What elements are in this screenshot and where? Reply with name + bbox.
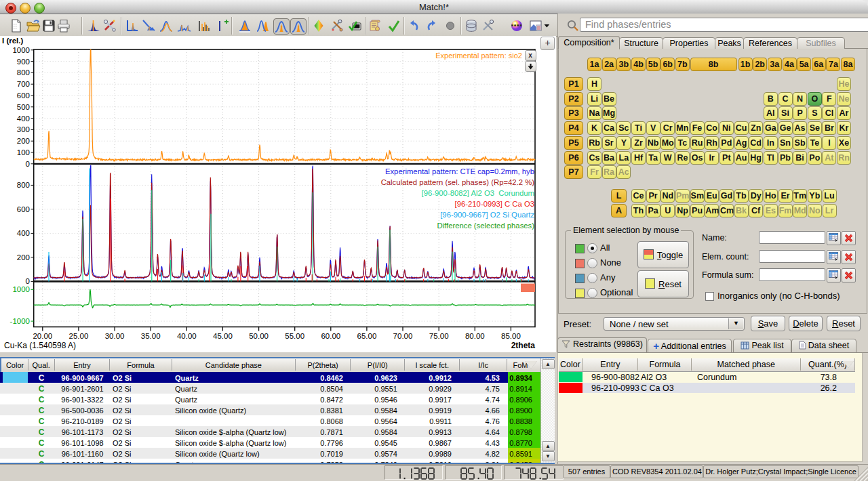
svg-text:700: 700 — [17, 80, 30, 88]
svg-text:[96-900-8082] Al2 O3 Corundum: [96-900-8082] Al2 O3 Corundum — [422, 189, 534, 197]
svg-text:80.00: 80.00 — [465, 332, 485, 340]
svg-text:-1000: -1000 — [10, 317, 30, 325]
svg-text:Calculated pattern (sel. phase: Calculated pattern (sel. phases) (Rp=42.… — [381, 178, 535, 186]
svg-text:30.00: 30.00 — [105, 332, 125, 340]
svg-text:800: 800 — [17, 181, 30, 189]
svg-text:400: 400 — [17, 229, 30, 237]
svg-text:Cu-Ka (1.540598 A): Cu-Ka (1.540598 A) — [4, 341, 76, 350]
svg-text:[96-900-9667] O2 Si Quartz: [96-900-9667] O2 Si Quartz — [440, 211, 534, 219]
svg-text:I (rel.): I (rel.) — [2, 37, 23, 45]
svg-text:1000: 1000 — [12, 285, 30, 293]
svg-text:600: 600 — [17, 91, 30, 100]
svg-text:0: 0 — [26, 277, 30, 285]
svg-text:50.00: 50.00 — [249, 332, 269, 340]
svg-text:400: 400 — [17, 114, 30, 123]
svg-text:200: 200 — [17, 253, 30, 262]
svg-text:1000: 1000 — [12, 46, 30, 54]
svg-text:60.00: 60.00 — [321, 332, 340, 340]
svg-text:500: 500 — [17, 103, 30, 111]
svg-text:Difference (selected phases): Difference (selected phases) — [437, 222, 534, 230]
svg-text:55.00: 55.00 — [285, 332, 304, 340]
svg-text:0: 0 — [26, 160, 30, 168]
svg-text:45.00: 45.00 — [213, 332, 233, 340]
svg-text:[96-210-0993] C Ca O3: [96-210-0993] C Ca O3 — [455, 200, 534, 208]
svg-text:25.00: 25.00 — [69, 332, 89, 340]
svg-text:75.00: 75.00 — [429, 332, 449, 340]
svg-text:200: 200 — [17, 137, 30, 145]
svg-text:20.00: 20.00 — [33, 332, 52, 340]
svg-text:40.00: 40.00 — [177, 332, 197, 340]
svg-text:35.00: 35.00 — [141, 332, 161, 340]
svg-text:Experimental pattern: CTE cap=: Experimental pattern: CTE cap=0.2mm, hyb — [385, 167, 534, 175]
svg-text:900: 900 — [17, 58, 30, 66]
svg-text:600: 600 — [17, 205, 30, 213]
svg-text:65.00: 65.00 — [357, 332, 377, 340]
svg-text:Experimental pattern: sio2: Experimental pattern: sio2 — [435, 51, 522, 60]
svg-text:85.00: 85.00 — [501, 332, 521, 340]
svg-text:2theta: 2theta — [511, 341, 536, 350]
svg-text:300: 300 — [17, 125, 30, 133]
svg-text:800: 800 — [17, 68, 30, 77]
svg-text:100: 100 — [17, 148, 30, 156]
svg-text:70.00: 70.00 — [393, 332, 413, 340]
